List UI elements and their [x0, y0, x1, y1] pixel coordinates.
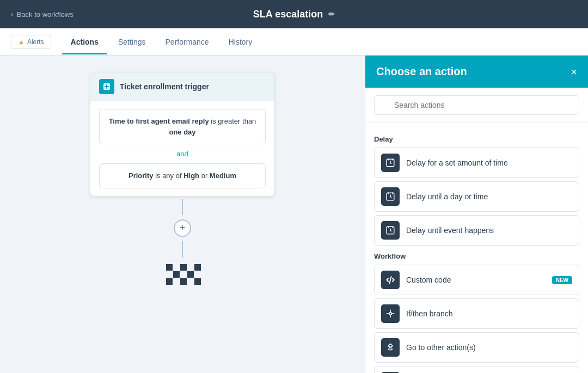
- alerts-button[interactable]: ▲ Alerts: [11, 35, 51, 49]
- workflow-title: SLA escalation ✏: [253, 9, 335, 20]
- tab-performance[interactable]: Performance: [157, 30, 218, 54]
- action-delay-event[interactable]: Delay until event happens: [374, 215, 579, 246]
- svg-line-4: [390, 277, 391, 283]
- panel-header: Choose an action ×: [365, 56, 588, 88]
- actions-list: Delay Delay for a set amount of time: [365, 123, 588, 373]
- trigger-block[interactable]: Ticket enrollment trigger Time to first …: [90, 72, 275, 197]
- trigger-header: Ticket enrollment trigger: [90, 72, 274, 101]
- connector-line: [182, 199, 183, 215]
- ifthen-label: If/then branch: [406, 309, 453, 318]
- action-custom-code[interactable]: Custom code NEW: [374, 265, 579, 295]
- section-label-workflow: Workflow: [374, 252, 579, 260]
- ifthen-icon: [381, 304, 400, 323]
- action-enroll[interactable]: Enroll in another workflow: [374, 366, 579, 373]
- trigger-title: Ticket enrollment trigger: [120, 82, 209, 91]
- alert-dot-icon: ▲: [18, 38, 24, 46]
- tab-settings[interactable]: Settings: [109, 30, 155, 54]
- custom-code-icon: [381, 271, 400, 289]
- goto-icon: [381, 338, 400, 357]
- close-panel-button[interactable]: ×: [571, 66, 577, 77]
- connector-line-2: [182, 241, 183, 258]
- action-ifthen[interactable]: If/then branch: [374, 298, 579, 329]
- delay-day-icon: [381, 187, 400, 206]
- delay-event-label: Delay until event happens: [406, 226, 494, 235]
- condition-2: Priority is any of High or Medium: [99, 163, 266, 188]
- action-goto[interactable]: Go to other action(s): [374, 332, 579, 363]
- edit-icon[interactable]: ✏: [328, 10, 335, 19]
- condition-1: Time to first agent email reply is great…: [99, 109, 266, 144]
- delay-set-icon: [381, 154, 400, 172]
- tab-actions[interactable]: Actions: [62, 30, 107, 54]
- trigger-conditions: Time to first agent email reply is great…: [90, 101, 274, 196]
- search-wrapper: ⌕: [374, 95, 579, 115]
- section-label-delay: Delay: [374, 135, 579, 143]
- back-label: Back to workflows: [17, 10, 74, 19]
- custom-code-label: Custom code: [406, 276, 451, 284]
- tab-history[interactable]: History: [220, 30, 261, 54]
- panel-title: Choose an action: [376, 65, 467, 78]
- back-link[interactable]: ‹ Back to workflows: [11, 10, 74, 19]
- workflow-name: SLA escalation: [253, 9, 323, 20]
- delay-set-label: Delay for a set amount of time: [406, 158, 508, 167]
- add-action-button[interactable]: +: [174, 219, 191, 237]
- workflow-end-pattern: [166, 264, 199, 286]
- trigger-icon: [99, 79, 114, 94]
- action-chooser-panel: Choose an action × ⌕ Delay Delay fo: [365, 56, 588, 373]
- tabs-bar: ▲ Alerts Actions Settings Performance Hi…: [0, 28, 588, 56]
- new-badge: NEW: [552, 276, 572, 284]
- goto-label: Go to other action(s): [406, 343, 476, 352]
- action-delay-set[interactable]: Delay for a set amount of time: [374, 148, 579, 178]
- delay-event-icon: [381, 221, 400, 240]
- search-container: ⌕: [365, 88, 588, 123]
- and-label: and: [99, 150, 266, 158]
- main-layout: Ticket enrollment trigger Time to first …: [0, 56, 588, 373]
- back-arrow-icon: ‹: [11, 10, 14, 19]
- workflow-canvas: Ticket enrollment trigger Time to first …: [0, 56, 365, 373]
- delay-day-label: Delay until a day or time: [406, 192, 488, 201]
- alerts-label: Alerts: [27, 38, 44, 46]
- search-input[interactable]: [374, 95, 579, 115]
- action-delay-day[interactable]: Delay until a day or time: [374, 181, 579, 212]
- top-nav: ‹ Back to workflows SLA escalation ✏: [0, 0, 588, 28]
